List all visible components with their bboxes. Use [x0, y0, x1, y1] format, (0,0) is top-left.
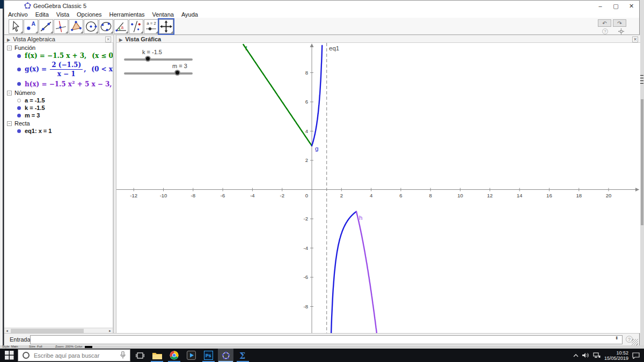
tool-line[interactable]	[39, 19, 53, 34]
slider-track-k[interactable]	[124, 58, 193, 61]
tool-move-graphics-view[interactable]	[159, 19, 173, 34]
visibility-dot-icon[interactable]	[17, 82, 21, 86]
visibility-dot-icon[interactable]	[17, 54, 21, 58]
start-button[interactable]	[5, 351, 14, 360]
tool-dropdown-icon[interactable]	[50, 31, 53, 33]
tool-dropdown-icon[interactable]	[80, 31, 83, 33]
slider-track-m[interactable]	[124, 72, 193, 75]
graphics-view-title: Vista Gráfica	[125, 36, 161, 42]
menu-item-edita[interactable]: Edita	[32, 11, 53, 18]
visibility-dot-icon[interactable]	[17, 68, 21, 71]
algebra-item-eq1: eq1: x = 1	[17, 128, 113, 134]
menu-item-vista[interactable]: Vista	[53, 11, 73, 18]
tool-conic[interactable]	[99, 19, 113, 34]
algebra-group-función: −Función	[7, 45, 113, 51]
toolbar: ↶ ↷ ? Aaa = 2	[4, 18, 639, 35]
visibility-dot-icon[interactable]	[17, 114, 21, 117]
visibility-dot-icon[interactable]	[17, 106, 21, 110]
geogebra-logo-icon	[24, 2, 31, 9]
menu-item-ayuda[interactable]: Ayuda	[178, 11, 202, 18]
tool-polygon[interactable]	[69, 19, 83, 34]
tray-chevron-up-icon[interactable]	[573, 354, 579, 357]
settings-gear-icon[interactable]	[618, 28, 624, 34]
menu-item-ventana[interactable]: Ventana	[149, 11, 178, 18]
taskbar-app-chrome[interactable]	[166, 349, 182, 362]
menu-item-herramientas[interactable]: Herramientas	[106, 11, 149, 18]
collapse-icon[interactable]: −	[7, 46, 12, 50]
background-list-marks	[640, 75, 643, 85]
slider-thumb-m[interactable]	[174, 70, 180, 76]
x-tick-label: -4	[250, 193, 254, 198]
taskbar-app-photoshop[interactable]: Ps	[201, 349, 216, 362]
taskbar-clock[interactable]: 10:52 15/05/2019	[604, 350, 628, 361]
action-center-icon[interactable]	[632, 352, 640, 359]
redo-button[interactable]: ↷	[613, 19, 626, 27]
close-button[interactable]: ✕	[624, 1, 639, 11]
y-tick-label: 4	[305, 128, 308, 134]
tool-slider[interactable]: a = 2	[144, 19, 158, 34]
graphics-view[interactable]: -12-10-8-6-4-22468101214161820-8-6-4-224…	[116, 43, 640, 333]
tool-point[interactable]: A	[24, 19, 38, 34]
algebra-view-title: Vista Algebraica	[13, 36, 55, 42]
entrada-input[interactable]	[30, 335, 623, 344]
undo-button[interactable]: ↶	[598, 19, 611, 27]
system-tray: 10:52 15/05/2019	[573, 349, 640, 362]
taskbar-app-task-view[interactable]	[132, 349, 148, 362]
collapse-icon[interactable]: −	[7, 121, 12, 126]
tool-dropdown-icon[interactable]	[20, 31, 23, 33]
tool-move[interactable]	[9, 19, 23, 34]
speaker-icon[interactable]	[582, 352, 589, 358]
panel-arrow-icon[interactable]: ▶	[119, 38, 122, 42]
input-history-spinner-icon[interactable]: ⬍	[615, 337, 619, 339]
visibility-dot-icon[interactable]	[17, 99, 21, 102]
help-icon[interactable]: ?	[602, 28, 608, 34]
tool-dropdown-icon[interactable]	[156, 31, 158, 33]
network-icon[interactable]	[593, 352, 601, 358]
svg-text:A: A	[32, 21, 36, 27]
tool-dropdown-icon[interactable]	[35, 31, 38, 33]
svg-text:Σ: Σ	[239, 351, 245, 360]
algebra-item-text: g(x) = 2 (−1.5)x − 1,(0 < x < 3)	[25, 61, 113, 78]
panel-arrow-icon[interactable]: ▶	[7, 38, 10, 42]
y-tick-label: 8	[305, 70, 308, 76]
algebra-view: −Funciónf(x) = −1.5 x + 3,(x ≤ 0)g(x) = …	[4, 43, 113, 328]
taskbar-app-movies[interactable]	[184, 349, 199, 362]
scrollbar-thumb[interactable]	[11, 329, 84, 333]
window-resize-grip[interactable]	[632, 339, 638, 345]
visibility-dot-icon[interactable]	[17, 129, 21, 133]
tool-dropdown-icon[interactable]	[96, 31, 98, 33]
algebra-horizontal-scrollbar[interactable]: ◂ ▸	[4, 328, 113, 333]
tool-circle[interactable]	[84, 19, 98, 34]
collapse-icon[interactable]: −	[7, 91, 12, 95]
x-tick-label: -2	[280, 193, 284, 198]
tool-dropdown-icon[interactable]	[126, 31, 128, 33]
slider-thumb-k[interactable]	[145, 56, 151, 62]
scroll-right-icon[interactable]: ▸	[107, 328, 113, 333]
graphics-close-icon[interactable]: ✕	[632, 36, 638, 42]
microphone-icon[interactable]	[120, 351, 126, 359]
taskbar-search[interactable]	[18, 349, 130, 361]
tool-perpendicular[interactable]	[54, 19, 68, 34]
scroll-left-icon[interactable]: ◂	[4, 328, 10, 333]
maximize-button[interactable]: ▢	[608, 1, 624, 11]
tool-dropdown-icon[interactable]	[65, 31, 68, 33]
search-input[interactable]	[34, 352, 116, 359]
tool-dropdown-icon[interactable]	[141, 31, 143, 33]
svg-text:a = 2: a = 2	[147, 21, 156, 26]
x-axis-arrow-icon	[635, 188, 639, 191]
tool-dropdown-icon[interactable]	[171, 31, 173, 33]
slider-label-k: k = -1.5	[142, 49, 162, 55]
algebra-close-icon[interactable]: ✕	[105, 36, 111, 42]
taskbar-app-geogebra[interactable]	[218, 349, 233, 362]
algebra-item-a: a = -1.5	[17, 97, 113, 104]
tool-transform[interactable]	[129, 19, 143, 34]
minimize-button[interactable]: –	[592, 1, 608, 11]
menu-item-archivo[interactable]: Archivo	[4, 11, 32, 18]
tool-dropdown-icon[interactable]	[111, 31, 113, 33]
algebra-item-text: k = -1.5	[25, 105, 45, 111]
tool-angle[interactable]: a	[114, 19, 128, 34]
taskbar-app-explorer[interactable]	[149, 349, 165, 362]
menu-item-opciones[interactable]: Opciones	[73, 11, 105, 18]
taskbar-app-sigma[interactable]: Σ	[235, 349, 251, 362]
algebra-group-número: −Número	[7, 90, 113, 96]
